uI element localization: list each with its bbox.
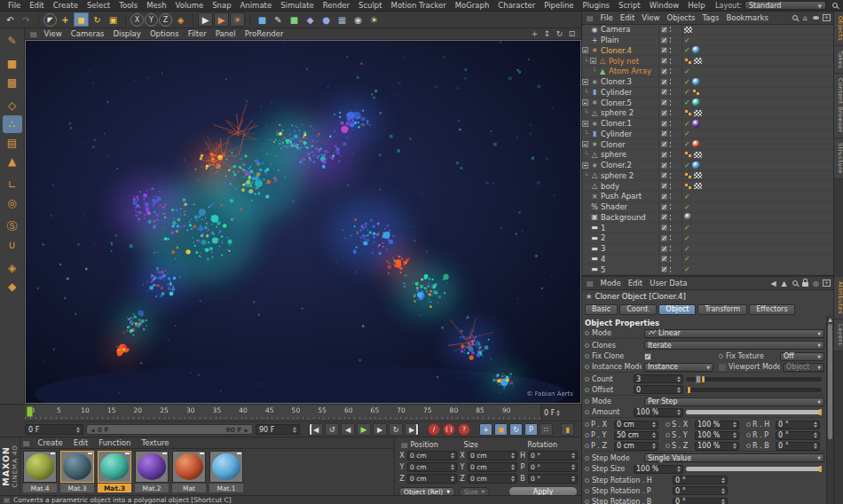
visibility-dots-icon[interactable] bbox=[669, 183, 672, 190]
material-tag-icon[interactable] bbox=[684, 213, 692, 221]
visibility-dots-icon[interactable] bbox=[669, 89, 672, 96]
menu-item-pipeline[interactable]: Pipeline bbox=[540, 1, 578, 10]
object-row-cloner-4[interactable]: ∗Cloner.4✓ bbox=[582, 46, 833, 57]
animatable-dot-icon[interactable] bbox=[585, 489, 589, 493]
enabled-check-icon[interactable]: ✓ bbox=[684, 265, 690, 273]
magnet-tool-button[interactable]: ∪ bbox=[3, 236, 22, 254]
material-mat-1[interactable]: Mat.1 bbox=[209, 451, 245, 493]
field-stepper[interactable] bbox=[511, 476, 515, 482]
panel-menu-icon[interactable]: ▤ bbox=[587, 280, 594, 287]
visibility-dots-icon[interactable] bbox=[669, 203, 672, 210]
phong-tag-icon[interactable] bbox=[692, 89, 700, 96]
side-tab-attributes[interactable]: Attributes bbox=[834, 277, 843, 319]
object-row-sphere-2[interactable]: └△sphere 2 bbox=[582, 108, 833, 119]
menu-item-edit[interactable]: Edit bbox=[25, 1, 48, 10]
visibility-dots-icon[interactable] bbox=[669, 26, 672, 33]
goto-end-button[interactable]: ▶ bbox=[405, 423, 419, 436]
number-field[interactable]: 0 ° bbox=[673, 486, 728, 495]
panel-menu-icon[interactable]: ▤ bbox=[401, 441, 408, 449]
expander-icon[interactable] bbox=[590, 58, 596, 64]
edit-badge-icon[interactable] bbox=[661, 99, 667, 106]
menu-item-tools[interactable]: Tools bbox=[114, 1, 142, 10]
workplane-snap-button[interactable]: ◈ bbox=[3, 259, 22, 277]
live-selection-tool[interactable]: ◤ bbox=[43, 13, 57, 27]
expander-icon[interactable] bbox=[582, 79, 588, 85]
edit-badge-icon[interactable] bbox=[661, 130, 667, 137]
key-parameter-toggle[interactable]: P bbox=[524, 423, 538, 436]
previous-frame-button[interactable]: ◀ bbox=[341, 423, 355, 436]
object-row-3[interactable]: ▬3✓ bbox=[582, 244, 833, 255]
object-row-cloner-2[interactable]: ∗Cloner.2✓ bbox=[582, 161, 833, 171]
texture-tag-icon[interactable] bbox=[684, 27, 692, 33]
texture-tag-icon[interactable] bbox=[694, 152, 702, 158]
enabled-check-icon[interactable]: ✓ bbox=[684, 245, 690, 253]
search-icon[interactable] bbox=[790, 13, 800, 23]
position-field[interactable]: 0 cm bbox=[407, 451, 457, 461]
animatable-dot-icon[interactable] bbox=[585, 399, 589, 404]
texture-tag-icon[interactable] bbox=[694, 172, 702, 178]
enabled-check-icon[interactable]: ✓ bbox=[684, 78, 690, 86]
autokey-button[interactable]: ( ) bbox=[443, 423, 455, 436]
field-stepper[interactable] bbox=[814, 421, 817, 428]
visibility-dots-icon[interactable] bbox=[669, 266, 672, 273]
visibility-dots-icon[interactable] bbox=[669, 67, 672, 75]
number-field[interactable]: 100 % bbox=[695, 431, 739, 440]
number-field[interactable]: 0 ° bbox=[776, 442, 820, 451]
field-stepper[interactable] bbox=[733, 432, 737, 438]
deformer-button[interactable]: ◆ bbox=[303, 12, 318, 27]
animatable-dot-icon[interactable] bbox=[585, 456, 589, 461]
last-tool[interactable]: ▣ bbox=[106, 12, 121, 27]
material-tag-icon[interactable] bbox=[692, 120, 700, 128]
material-tag-icon[interactable] bbox=[692, 98, 700, 106]
add-panel-icon[interactable]: + bbox=[822, 13, 831, 23]
slider-handle[interactable] bbox=[702, 376, 705, 382]
edit-badge-icon[interactable] bbox=[661, 224, 667, 231]
enabled-check-icon[interactable]: ✓ bbox=[684, 234, 690, 242]
menu-item-cameras[interactable]: Cameras bbox=[67, 29, 109, 38]
light-object-button[interactable]: ☀ bbox=[366, 12, 382, 27]
menu-item-sculpt[interactable]: Sculpt bbox=[354, 1, 387, 10]
enabled-check-icon[interactable]: ✓ bbox=[684, 36, 690, 44]
menu-item-file[interactable]: File bbox=[597, 13, 617, 22]
field-stepper[interactable] bbox=[814, 443, 817, 449]
menu-item-edit[interactable]: Edit bbox=[617, 13, 638, 22]
number-field[interactable]: 0 ° bbox=[673, 476, 728, 484]
slider-handle[interactable] bbox=[688, 387, 690, 393]
history-up-icon[interactable]: ▲ bbox=[779, 279, 789, 288]
menu-item-tags[interactable]: Tags bbox=[699, 13, 723, 22]
object-row-cylinder[interactable]: └▮Cylinder✓ bbox=[582, 88, 833, 98]
object-row-sphere-2[interactable]: └△sphere 2 bbox=[582, 171, 833, 182]
move-tool[interactable]: + bbox=[58, 12, 73, 27]
workplane-mode-button[interactable]: ◇ bbox=[3, 97, 22, 114]
material-tag-icon[interactable] bbox=[692, 46, 700, 54]
keyframe-bar-icon[interactable]: ▮ bbox=[561, 423, 574, 436]
material-mat-3[interactable]: Mat.3 bbox=[98, 451, 133, 493]
visibility-dots-icon[interactable] bbox=[669, 193, 672, 200]
value-slider[interactable] bbox=[686, 467, 822, 471]
field-stepper[interactable] bbox=[652, 443, 656, 449]
dropdown-iterate[interactable]: Iterate▼ bbox=[644, 341, 824, 350]
play-preview-button[interactable]: ↺ bbox=[325, 423, 339, 436]
polygons-mode-button[interactable]: ▲ bbox=[3, 153, 22, 170]
object-row-push-apart[interactable]: ×Push Apart✓ bbox=[582, 192, 833, 202]
field-stepper[interactable] bbox=[571, 464, 575, 470]
menu-item-user-data[interactable]: User Data bbox=[646, 279, 690, 287]
object-row-atom-array[interactable]: └▲Atom Array✓ bbox=[582, 67, 833, 77]
animatable-dot-icon[interactable] bbox=[746, 433, 751, 437]
visibility-dots-icon[interactable] bbox=[669, 245, 672, 252]
slider-handle[interactable] bbox=[819, 409, 822, 415]
visibility-dots-icon[interactable] bbox=[669, 172, 672, 179]
field-stepper[interactable] bbox=[451, 464, 454, 470]
material-mat-3[interactable]: Mat.3 bbox=[60, 451, 96, 493]
viewport-canvas[interactable]: © Fabian Aerts bbox=[25, 40, 581, 404]
add-cube-button[interactable]: ■ bbox=[255, 12, 270, 27]
search-icon[interactable] bbox=[830, 1, 839, 11]
edit-badge-icon[interactable] bbox=[661, 193, 667, 200]
number-field[interactable]: 0 cm bbox=[614, 442, 658, 451]
edit-badge-icon[interactable] bbox=[661, 162, 667, 169]
animatable-dot-icon[interactable] bbox=[585, 444, 589, 448]
texture-mode-button[interactable]: ▩ bbox=[3, 74, 22, 91]
field-stepper[interactable] bbox=[451, 476, 454, 482]
field-stepper[interactable] bbox=[721, 477, 725, 484]
object-row-shader[interactable]: %Shader✓ bbox=[582, 202, 833, 213]
